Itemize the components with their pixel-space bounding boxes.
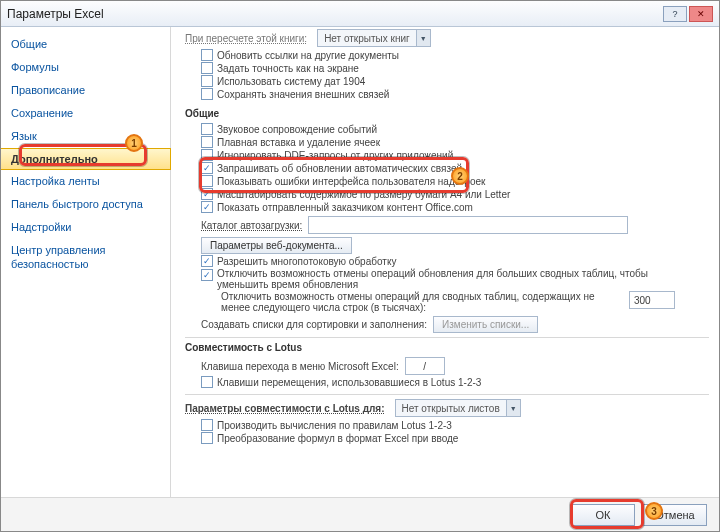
- ok-button[interactable]: ОК: [571, 504, 635, 526]
- opt-ignore-dde: Игнорировать DDE-запросы от других прило…: [217, 150, 453, 161]
- checkbox[interactable]: [201, 255, 213, 267]
- callout-badge-2: 2: [451, 167, 469, 185]
- sidebar-item-save[interactable]: Сохранение: [1, 102, 170, 125]
- dialog-buttons: ОК Отмена: [1, 497, 719, 531]
- checkbox[interactable]: [201, 419, 213, 431]
- recalc-workbook-dropdown[interactable]: Нет открытых книг ▼: [317, 29, 431, 47]
- checkbox[interactable]: [201, 123, 213, 135]
- checkbox[interactable]: [201, 75, 213, 87]
- callout-badge-1: 1: [125, 134, 143, 152]
- help-button[interactable]: ?: [663, 6, 687, 22]
- opt-multithread: Разрешить многопотоковую обработку: [217, 256, 396, 267]
- opt-office-com-content: Показать отправленный заказчиком контент…: [217, 202, 473, 213]
- checkbox[interactable]: [201, 136, 213, 148]
- checkbox[interactable]: [201, 432, 213, 444]
- checkbox[interactable]: [201, 188, 213, 200]
- window-title: Параметры Excel: [7, 7, 104, 21]
- lotus-for-label: Параметры совместимости с Lotus для:: [185, 403, 385, 414]
- checkbox[interactable]: [201, 49, 213, 61]
- sidebar-item-general[interactable]: Общие: [1, 33, 170, 56]
- opt-update-links: Обновить ссылки на другие документы: [217, 50, 399, 61]
- excel-options-dialog: Параметры Excel ? ✕ Общие Формулы Правоп…: [0, 0, 720, 532]
- checkbox[interactable]: [201, 269, 213, 281]
- close-button[interactable]: ✕: [689, 6, 713, 22]
- checkbox[interactable]: [201, 201, 213, 213]
- edit-lists-button[interactable]: Изменить списки...: [433, 316, 538, 333]
- opt-ask-update-links: Запрашивать об обновлении автоматических…: [217, 163, 462, 174]
- sidebar-item-customize-ribbon[interactable]: Настройка ленты: [1, 170, 170, 193]
- opt-show-addin-errors: Показывать ошибки интерфейса пользовател…: [217, 176, 485, 187]
- chevron-down-icon: ▼: [506, 400, 520, 416]
- create-lists-label: Создавать списки для сортировки и заполн…: [201, 319, 427, 330]
- lotus-menu-key-label: Клавиша перехода в меню Microsoft Excel:: [201, 361, 399, 372]
- sidebar-item-proofing[interactable]: Правописание: [1, 79, 170, 102]
- opt-disable-pivot-undo: Отключить возможность отмены операций об…: [217, 268, 687, 290]
- opt-lotus-convert: Преобразование формул в формат Excel при…: [217, 433, 458, 444]
- lotus-menu-key-input[interactable]: /: [405, 357, 445, 375]
- opt-smooth-insert: Плавная вставка и удаление ячеек: [217, 137, 380, 148]
- opt-scale-a4-letter: Масштабировать содержимое по размеру бум…: [217, 189, 510, 200]
- group-lotus: Совместимость с Lotus: [185, 337, 709, 353]
- group-general: Общие: [185, 108, 709, 119]
- opt-save-external-links: Сохранять значения внешних связей: [217, 89, 389, 100]
- sidebar-item-formulas[interactable]: Формулы: [1, 56, 170, 79]
- sidebar-item-quick-access[interactable]: Панель быстрого доступа: [1, 193, 170, 216]
- startup-folder-input[interactable]: [308, 216, 628, 234]
- checkbox[interactable]: [201, 162, 213, 174]
- sidebar-item-advanced[interactable]: Дополнительно: [1, 148, 171, 170]
- sidebar-item-language[interactable]: Язык: [1, 125, 170, 148]
- checkbox[interactable]: [201, 175, 213, 187]
- opt-disable-undo-rows-label: Отключить возможность отмены операций дл…: [221, 291, 621, 313]
- checkbox[interactable]: [201, 376, 213, 388]
- checkbox[interactable]: [201, 149, 213, 161]
- recalc-section-label: При пересчете этой книги:: [185, 33, 307, 44]
- titlebar: Параметры Excel ? ✕: [1, 1, 719, 27]
- opt-lotus-calc: Производить вычисления по правилам Lotus…: [217, 420, 452, 431]
- opt-lotus-nav-keys: Клавиши перемещения, использовавшиеся в …: [217, 377, 481, 388]
- checkbox[interactable]: [201, 62, 213, 74]
- sidebar-item-trust-center[interactable]: Центр управления безопасностью: [1, 239, 170, 276]
- sidebar-item-addins[interactable]: Надстройки: [1, 216, 170, 239]
- disable-undo-rows-input[interactable]: 300: [629, 291, 675, 309]
- web-options-button[interactable]: Параметры веб-документа...: [201, 237, 352, 254]
- checkbox[interactable]: [201, 88, 213, 100]
- opt-1904-date: Использовать систему дат 1904: [217, 76, 365, 87]
- startup-folder-label: Каталог автозагрузки:: [201, 220, 302, 231]
- category-sidebar: Общие Формулы Правописание Сохранение Яз…: [1, 27, 171, 497]
- opt-sound-feedback: Звуковое сопровождение событий: [217, 124, 377, 135]
- callout-badge-3: 3: [645, 502, 663, 520]
- chevron-down-icon: ▼: [416, 30, 430, 46]
- options-content: При пересчете этой книги: Нет открытых к…: [171, 27, 719, 497]
- lotus-for-dropdown[interactable]: Нет открытых листов ▼: [395, 399, 521, 417]
- opt-precision-displayed: Задать точность как на экране: [217, 63, 359, 74]
